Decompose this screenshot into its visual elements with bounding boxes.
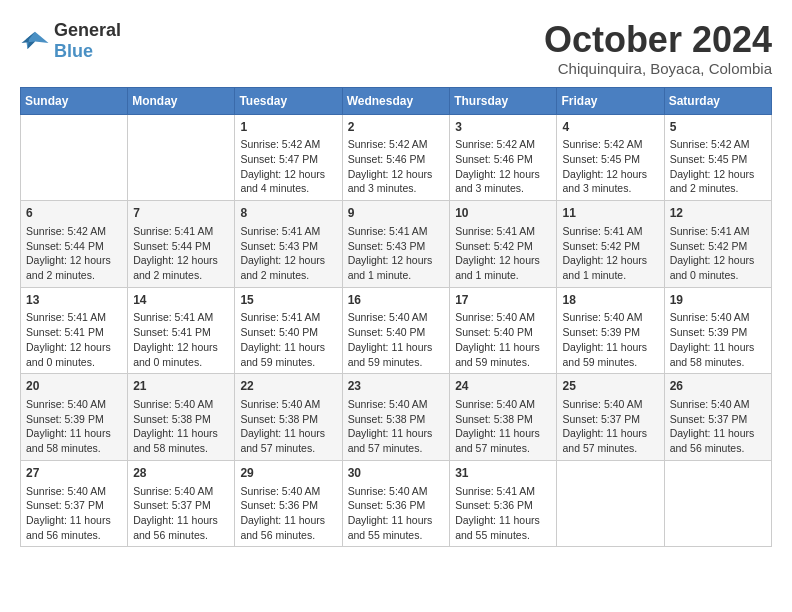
calendar-cell: 10Sunrise: 5:41 AMSunset: 5:42 PMDayligh… bbox=[450, 201, 557, 288]
daylight-text: Daylight: 12 hours and 1 minute. bbox=[455, 253, 551, 282]
daylight-text: Daylight: 12 hours and 2 minutes. bbox=[240, 253, 336, 282]
calendar-cell: 9Sunrise: 5:41 AMSunset: 5:43 PMDaylight… bbox=[342, 201, 450, 288]
sunset-text: Sunset: 5:38 PM bbox=[240, 412, 336, 427]
logo-icon bbox=[20, 27, 50, 55]
day-number: 18 bbox=[562, 292, 658, 309]
sunrise-text: Sunrise: 5:41 AM bbox=[455, 484, 551, 499]
day-header-friday: Friday bbox=[557, 87, 664, 114]
day-number: 21 bbox=[133, 378, 229, 395]
day-number: 17 bbox=[455, 292, 551, 309]
sunset-text: Sunset: 5:44 PM bbox=[26, 239, 122, 254]
day-number: 24 bbox=[455, 378, 551, 395]
sunset-text: Sunset: 5:39 PM bbox=[670, 325, 766, 340]
daylight-text: Daylight: 11 hours and 57 minutes. bbox=[455, 426, 551, 455]
daylight-text: Daylight: 11 hours and 56 minutes. bbox=[240, 513, 336, 542]
sunset-text: Sunset: 5:38 PM bbox=[348, 412, 445, 427]
sunset-text: Sunset: 5:42 PM bbox=[670, 239, 766, 254]
sunrise-text: Sunrise: 5:41 AM bbox=[240, 310, 336, 325]
daylight-text: Daylight: 12 hours and 2 minutes. bbox=[133, 253, 229, 282]
day-number: 23 bbox=[348, 378, 445, 395]
sunrise-text: Sunrise: 5:40 AM bbox=[133, 397, 229, 412]
title-area: October 2024 Chiquinquira, Boyaca, Colom… bbox=[544, 20, 772, 77]
day-number: 16 bbox=[348, 292, 445, 309]
day-number: 11 bbox=[562, 205, 658, 222]
sunset-text: Sunset: 5:44 PM bbox=[133, 239, 229, 254]
day-headers-row: SundayMondayTuesdayWednesdayThursdayFrid… bbox=[21, 87, 772, 114]
sunrise-text: Sunrise: 5:41 AM bbox=[348, 224, 445, 239]
day-number: 9 bbox=[348, 205, 445, 222]
daylight-text: Daylight: 11 hours and 59 minutes. bbox=[240, 340, 336, 369]
calendar-cell: 22Sunrise: 5:40 AMSunset: 5:38 PMDayligh… bbox=[235, 374, 342, 461]
logo: General Blue bbox=[20, 20, 121, 62]
calendar-cell: 15Sunrise: 5:41 AMSunset: 5:40 PMDayligh… bbox=[235, 287, 342, 374]
week-row-4: 20Sunrise: 5:40 AMSunset: 5:39 PMDayligh… bbox=[21, 374, 772, 461]
day-header-wednesday: Wednesday bbox=[342, 87, 450, 114]
logo-text: General Blue bbox=[54, 20, 121, 62]
sunrise-text: Sunrise: 5:41 AM bbox=[133, 224, 229, 239]
sunset-text: Sunset: 5:36 PM bbox=[240, 498, 336, 513]
day-number: 30 bbox=[348, 465, 445, 482]
day-number: 2 bbox=[348, 119, 445, 136]
page-header: General Blue October 2024 Chiquinquira, … bbox=[20, 20, 772, 77]
week-row-1: 1Sunrise: 5:42 AMSunset: 5:47 PMDaylight… bbox=[21, 114, 772, 201]
daylight-text: Daylight: 12 hours and 3 minutes. bbox=[455, 167, 551, 196]
calendar-cell: 2Sunrise: 5:42 AMSunset: 5:46 PMDaylight… bbox=[342, 114, 450, 201]
daylight-text: Daylight: 11 hours and 57 minutes. bbox=[562, 426, 658, 455]
sunrise-text: Sunrise: 5:41 AM bbox=[240, 224, 336, 239]
day-number: 29 bbox=[240, 465, 336, 482]
calendar-cell: 14Sunrise: 5:41 AMSunset: 5:41 PMDayligh… bbox=[128, 287, 235, 374]
sunset-text: Sunset: 5:37 PM bbox=[26, 498, 122, 513]
calendar-cell: 27Sunrise: 5:40 AMSunset: 5:37 PMDayligh… bbox=[21, 460, 128, 547]
calendar-cell bbox=[21, 114, 128, 201]
calendar-cell: 29Sunrise: 5:40 AMSunset: 5:36 PMDayligh… bbox=[235, 460, 342, 547]
daylight-text: Daylight: 11 hours and 59 minutes. bbox=[455, 340, 551, 369]
day-number: 12 bbox=[670, 205, 766, 222]
week-row-2: 6Sunrise: 5:42 AMSunset: 5:44 PMDaylight… bbox=[21, 201, 772, 288]
sunset-text: Sunset: 5:43 PM bbox=[348, 239, 445, 254]
sunset-text: Sunset: 5:47 PM bbox=[240, 152, 336, 167]
daylight-text: Daylight: 12 hours and 4 minutes. bbox=[240, 167, 336, 196]
sunset-text: Sunset: 5:40 PM bbox=[240, 325, 336, 340]
sunset-text: Sunset: 5:45 PM bbox=[670, 152, 766, 167]
sunset-text: Sunset: 5:36 PM bbox=[455, 498, 551, 513]
daylight-text: Daylight: 11 hours and 56 minutes. bbox=[26, 513, 122, 542]
sunset-text: Sunset: 5:43 PM bbox=[240, 239, 336, 254]
sunset-text: Sunset: 5:39 PM bbox=[562, 325, 658, 340]
calendar-cell: 26Sunrise: 5:40 AMSunset: 5:37 PMDayligh… bbox=[664, 374, 771, 461]
sunset-text: Sunset: 5:46 PM bbox=[348, 152, 445, 167]
day-number: 31 bbox=[455, 465, 551, 482]
calendar-cell: 4Sunrise: 5:42 AMSunset: 5:45 PMDaylight… bbox=[557, 114, 664, 201]
calendar-cell: 24Sunrise: 5:40 AMSunset: 5:38 PMDayligh… bbox=[450, 374, 557, 461]
calendar-cell: 30Sunrise: 5:40 AMSunset: 5:36 PMDayligh… bbox=[342, 460, 450, 547]
daylight-text: Daylight: 11 hours and 56 minutes. bbox=[670, 426, 766, 455]
sunrise-text: Sunrise: 5:40 AM bbox=[348, 397, 445, 412]
daylight-text: Daylight: 11 hours and 58 minutes. bbox=[26, 426, 122, 455]
sunset-text: Sunset: 5:36 PM bbox=[348, 498, 445, 513]
calendar-cell: 31Sunrise: 5:41 AMSunset: 5:36 PMDayligh… bbox=[450, 460, 557, 547]
location-subtitle: Chiquinquira, Boyaca, Colombia bbox=[544, 60, 772, 77]
day-header-sunday: Sunday bbox=[21, 87, 128, 114]
daylight-text: Daylight: 11 hours and 57 minutes. bbox=[240, 426, 336, 455]
calendar-cell: 25Sunrise: 5:40 AMSunset: 5:37 PMDayligh… bbox=[557, 374, 664, 461]
sunset-text: Sunset: 5:40 PM bbox=[455, 325, 551, 340]
calendar-cell: 18Sunrise: 5:40 AMSunset: 5:39 PMDayligh… bbox=[557, 287, 664, 374]
calendar-cell bbox=[664, 460, 771, 547]
daylight-text: Daylight: 11 hours and 55 minutes. bbox=[455, 513, 551, 542]
week-row-3: 13Sunrise: 5:41 AMSunset: 5:41 PMDayligh… bbox=[21, 287, 772, 374]
sunrise-text: Sunrise: 5:41 AM bbox=[133, 310, 229, 325]
calendar-cell: 6Sunrise: 5:42 AMSunset: 5:44 PMDaylight… bbox=[21, 201, 128, 288]
sunset-text: Sunset: 5:42 PM bbox=[455, 239, 551, 254]
sunrise-text: Sunrise: 5:41 AM bbox=[26, 310, 122, 325]
day-number: 6 bbox=[26, 205, 122, 222]
daylight-text: Daylight: 11 hours and 58 minutes. bbox=[133, 426, 229, 455]
day-header-thursday: Thursday bbox=[450, 87, 557, 114]
daylight-text: Daylight: 12 hours and 3 minutes. bbox=[562, 167, 658, 196]
sunrise-text: Sunrise: 5:42 AM bbox=[455, 137, 551, 152]
daylight-text: Daylight: 11 hours and 56 minutes. bbox=[133, 513, 229, 542]
calendar-cell: 28Sunrise: 5:40 AMSunset: 5:37 PMDayligh… bbox=[128, 460, 235, 547]
sunrise-text: Sunrise: 5:41 AM bbox=[562, 224, 658, 239]
daylight-text: Daylight: 12 hours and 0 minutes. bbox=[670, 253, 766, 282]
sunrise-text: Sunrise: 5:40 AM bbox=[562, 310, 658, 325]
week-row-5: 27Sunrise: 5:40 AMSunset: 5:37 PMDayligh… bbox=[21, 460, 772, 547]
sunrise-text: Sunrise: 5:42 AM bbox=[348, 137, 445, 152]
